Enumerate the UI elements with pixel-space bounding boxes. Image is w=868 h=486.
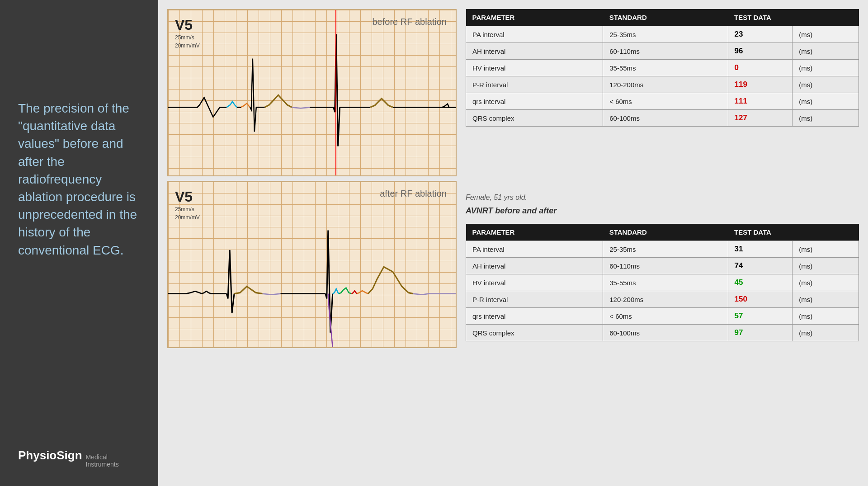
standard-cell: 60-100ms [603, 110, 728, 127]
top-speed: 25mm/s 20mm/mV [175, 33, 200, 50]
param-cell: HV interval [466, 60, 603, 76]
top-header-param: PARAMETER [466, 9, 603, 26]
bottom-header-param: PARAMETER [466, 224, 603, 241]
unit-cell: (ms) [793, 26, 859, 43]
param-cell: QRS complex [466, 325, 603, 341]
standard-cell: 60-110ms [603, 43, 728, 60]
param-cell: AH interval [466, 258, 603, 274]
table-row: QRS complex 60-100ms 127 (ms) [466, 110, 859, 127]
table-row: PA interval 25-35ms 31 (ms) [466, 241, 859, 258]
bottom-data-table: PARAMETER STANDARD TEST DATA PA interval… [466, 224, 859, 341]
unit-cell: (ms) [793, 241, 859, 258]
brand-name: PhysioSign [18, 448, 82, 462]
param-cell: HV interval [466, 274, 603, 291]
red-line-top [335, 10, 336, 175]
standard-cell: 60-100ms [603, 325, 728, 341]
unit-cell: (ms) [793, 291, 859, 308]
standard-cell: 120-200ms [603, 291, 728, 308]
bottom-info: Female, 51 yrs old. AVNRT before and aft… [466, 181, 859, 348]
bottom-ecg-title: after RF ablation [380, 189, 447, 199]
unit-cell: (ms) [793, 308, 859, 325]
value-cell: 31 [728, 241, 793, 258]
value-cell: 96 [728, 43, 793, 60]
standard-cell: 60-110ms [603, 258, 728, 274]
standard-cell: 120-200ms [603, 76, 728, 93]
sidebar: The precision of the "quantitative data … [0, 0, 158, 486]
table-row: PA interval 25-35ms 23 (ms) [466, 26, 859, 43]
top-header-standard: STANDARD [603, 9, 728, 26]
top-header-testdata: TEST DATA [728, 9, 859, 26]
standard-cell: 35-55ms [603, 274, 728, 291]
bottom-lead: V5 [175, 189, 200, 205]
unit-cell: (ms) [793, 60, 859, 76]
value-cell: 127 [728, 110, 793, 127]
param-cell: AH interval [466, 43, 603, 60]
bottom-header-testdata: TEST DATA [728, 224, 859, 241]
param-cell: P-R interval [466, 291, 603, 308]
unit-cell: (ms) [793, 110, 859, 127]
table-row: qrs interval < 60ms 57 (ms) [466, 308, 859, 325]
standard-cell: < 60ms [603, 308, 728, 325]
standard-cell: 35-55ms [603, 60, 728, 76]
description-text: The precision of the "quantitative data … [18, 99, 140, 259]
table-row: P-R interval 120-200ms 150 (ms) [466, 291, 859, 308]
bottom-speed: 25mm/s 20mm/mV [175, 205, 200, 222]
value-cell: 23 [728, 26, 793, 43]
table-row: qrs interval < 60ms 111 (ms) [466, 93, 859, 110]
table-row: AH interval 60-110ms 74 (ms) [466, 258, 859, 274]
brand-sub: Medical Instruments [86, 453, 140, 468]
param-cell: qrs interval [466, 93, 603, 110]
table-row: HV interval 35-55ms 45 (ms) [466, 274, 859, 291]
top-lead: V5 [175, 17, 200, 33]
table-row: P-R interval 120-200ms 119 (ms) [466, 76, 859, 93]
brand: PhysioSign Medical Instruments [18, 448, 140, 468]
value-cell: 57 [728, 308, 793, 325]
param-cell: QRS complex [466, 110, 603, 127]
top-ecg-title: before RF ablation [372, 17, 447, 27]
value-cell: 0 [728, 60, 793, 76]
top-ecg-chart: V5 25mm/s 20mm/mV before RF ablation [167, 9, 457, 176]
standard-cell: 25-35ms [603, 26, 728, 43]
value-cell: 150 [728, 291, 793, 308]
param-cell: PA interval [466, 241, 603, 258]
top-ecg-svg [168, 10, 456, 175]
bottom-ecg-label: V5 25mm/s 20mm/mV [175, 189, 200, 222]
top-ecg-label: V5 25mm/s 20mm/mV [175, 17, 200, 50]
table-row: AH interval 60-110ms 96 (ms) [466, 43, 859, 60]
param-cell: qrs interval [466, 308, 603, 325]
top-row: V5 25mm/s 20mm/mV before RF ablation [167, 9, 859, 176]
value-cell: 119 [728, 76, 793, 93]
bottom-ecg-svg [168, 182, 456, 347]
value-cell: 45 [728, 274, 793, 291]
standard-cell: 25-35ms [603, 241, 728, 258]
value-cell: 97 [728, 325, 793, 341]
value-cell: 111 [728, 93, 793, 110]
unit-cell: (ms) [793, 76, 859, 93]
unit-cell: (ms) [793, 258, 859, 274]
unit-cell: (ms) [793, 93, 859, 110]
top-data-table-container: PARAMETER STANDARD TEST DATA PA interval… [466, 9, 859, 176]
param-cell: P-R interval [466, 76, 603, 93]
standard-cell: < 60ms [603, 93, 728, 110]
main-content: V5 25mm/s 20mm/mV before RF ablation [158, 0, 868, 486]
bottom-ecg-chart: V5 25mm/s 20mm/mV after RF ablation [167, 181, 457, 348]
table-row: HV interval 35-55ms 0 (ms) [466, 60, 859, 76]
value-cell: 74 [728, 258, 793, 274]
unit-cell: (ms) [793, 43, 859, 60]
patient-condition: AVNRT before and after [466, 206, 859, 216]
unit-cell: (ms) [793, 274, 859, 291]
table-row: QRS complex 60-100ms 97 (ms) [466, 325, 859, 341]
bottom-row: V5 25mm/s 20mm/mV after RF ablation [167, 181, 859, 348]
bottom-header-standard: STANDARD [603, 224, 728, 241]
unit-cell: (ms) [793, 325, 859, 341]
top-data-table: PARAMETER STANDARD TEST DATA PA interval… [466, 9, 859, 127]
patient-demographics: Female, 51 yrs old. [466, 193, 859, 202]
param-cell: PA interval [466, 26, 603, 43]
